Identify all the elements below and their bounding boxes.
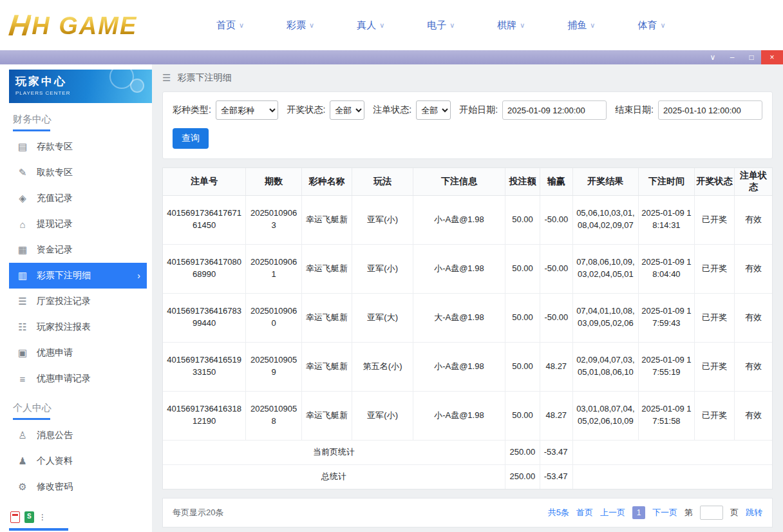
- draw-status-select[interactable]: 全部: [330, 100, 364, 120]
- more-dots-icon[interactable]: ⋮: [39, 513, 47, 522]
- cell-lottery: 幸运飞艇新: [301, 195, 352, 244]
- nav-item-sports[interactable]: 体育 ∨: [637, 19, 665, 32]
- sidebar-item-label: 优惠申请记录: [37, 373, 91, 385]
- sidebar-item-change-password[interactable]: ⚙ 修改密码: [9, 474, 147, 500]
- sheet-shortcut-icon[interactable]: [24, 511, 34, 523]
- cell-order-status: 有效: [735, 293, 772, 342]
- pagination-bar: 每页显示20条 共5条 首页 上一页 1 下一页 第 页 跳转: [162, 498, 773, 527]
- doc-shortcut-icon[interactable]: [10, 511, 20, 523]
- summary-bet-amount: 250.00: [505, 464, 540, 489]
- nav-item-slots[interactable]: 电子 ∨: [427, 19, 455, 32]
- lottery-type-select[interactable]: 全部彩种: [216, 100, 279, 120]
- draw-status-label: 开奖状态:: [287, 104, 325, 116]
- col-header-period: 期数: [246, 168, 302, 195]
- cell-bet-amount: 50.00: [505, 293, 540, 342]
- col-header-win-loss: 输赢: [540, 168, 572, 195]
- cell-order-id: 401569173641767161450: [163, 195, 246, 244]
- window-minimize-button[interactable]: –: [722, 50, 742, 64]
- profile-icon: ♟: [17, 455, 28, 467]
- players-center-banner: 玩家中心 PLAYERS CENTER: [9, 70, 152, 103]
- cell-result: 07,04,01,10,08,03,09,05,02,06: [572, 293, 639, 342]
- hall-bet-record-icon: ☰: [17, 296, 28, 307]
- order-status-select[interactable]: 全部: [416, 100, 451, 120]
- col-header-order-id: 注单号: [163, 168, 246, 195]
- sidebar-item-label: 存款专区: [37, 141, 73, 153]
- jump-prefix-label: 第: [684, 507, 693, 518]
- current-page-badge[interactable]: 1: [632, 506, 645, 519]
- cell-period: 20250109061: [246, 244, 302, 293]
- sidebar-item-player-bet-report[interactable]: ☷ 玩家投注报表: [9, 314, 147, 340]
- logo-h-emblem-icon: H: [8, 10, 32, 40]
- sidebar-item-label: 个人资料: [37, 455, 73, 467]
- sidebar-item-promo-record[interactable]: ≡ 优惠申请记录: [9, 366, 147, 392]
- sidebar-item-funds-record[interactable]: ▦ 资金记录: [9, 237, 147, 263]
- end-date-label: 结束日期:: [615, 104, 654, 116]
- section-label-personal: 个人中心: [13, 402, 142, 420]
- order-status-label: 注单状态:: [373, 104, 411, 116]
- sidebar-bottom-indicator: [9, 528, 68, 531]
- sidebar-item-label: 彩票下注明细: [37, 270, 91, 281]
- hamburger-menu-icon[interactable]: ☰: [162, 72, 171, 84]
- deposit-icon: ▤: [17, 141, 28, 153]
- cell-bet-info: 小-A盘@1.98: [413, 391, 505, 440]
- cell-order-id: 401569173641678399440: [163, 293, 246, 342]
- next-page-link[interactable]: 下一页: [652, 507, 677, 518]
- sidebar-item-label: 取款专区: [37, 167, 73, 178]
- page-jump-input[interactable]: [700, 506, 723, 520]
- prev-page-link[interactable]: 上一页: [600, 507, 625, 518]
- sidebar-item-recharge-record[interactable]: ◈ 充值记录: [9, 185, 147, 211]
- window-title-bar: ∨ – □ ×: [0, 50, 783, 64]
- cell-result: 02,09,04,07,03,05,01,08,06,10: [572, 342, 639, 391]
- window-dropdown-button[interactable]: ∨: [703, 50, 722, 64]
- nav-label: 体育: [637, 19, 657, 32]
- start-date-input[interactable]: [502, 100, 607, 120]
- first-page-link[interactable]: 首页: [576, 507, 593, 518]
- window-close-button[interactable]: ×: [761, 50, 783, 64]
- window-maximize-button[interactable]: □: [742, 50, 761, 64]
- sidebar-item-hall-bet-record[interactable]: ☰ 厅室投注记录: [9, 289, 147, 314]
- table-row: 401569173641651933150 20250109059 幸运飞艇新 …: [163, 342, 772, 391]
- sidebar-item-lottery-bet-detail[interactable]: ▥ 彩票下注明细 ›: [9, 263, 147, 289]
- sidebar-item-deposit-zone[interactable]: ▤ 存款专区: [9, 134, 147, 160]
- chevron-down-icon: ∨: [660, 21, 665, 30]
- filter-panel: 彩种类型: 全部彩种 开奖状态: 全部 注单状态: 全部 开始日期: 结束日期:…: [162, 91, 773, 159]
- nav-label: 首页: [216, 19, 236, 32]
- end-date-input[interactable]: [658, 100, 762, 120]
- nav-item-lottery[interactable]: 彩票 ∨: [287, 19, 314, 32]
- cell-win-loss: -50.00: [540, 195, 572, 244]
- lottery-bet-detail-icon: ▥: [17, 270, 28, 281]
- sidebar: 玩家中心 PLAYERS CENTER 财务中心 ▤ 存款专区 ✎ 取款专区 ◈…: [0, 64, 152, 532]
- cell-bet-time: 2025-01-09 17:59:43: [639, 293, 695, 342]
- cell-draw-status: 已开奖: [694, 391, 734, 440]
- nav-item-fishing[interactable]: 捕鱼 ∨: [567, 19, 595, 32]
- cell-bet-amount: 50.00: [505, 244, 540, 293]
- table-row: 401569173641767161450 20250109063 幸运飞艇新 …: [163, 195, 772, 244]
- sidebar-item-label: 厅室投注记录: [37, 296, 91, 307]
- cell-draw-status: 已开奖: [694, 195, 734, 244]
- cell-period: 20250109063: [246, 195, 302, 244]
- sidebar-item-profile[interactable]: ♟ 个人资料: [9, 448, 147, 474]
- change-password-icon: ⚙: [17, 481, 28, 493]
- jump-button[interactable]: 跳转: [746, 507, 762, 518]
- sidebar-item-withdrawal-record[interactable]: ⌂ 提现记录: [9, 211, 147, 237]
- cell-bet-info: 大-A盘@1.98: [413, 293, 505, 342]
- nav-item-board[interactable]: 棋牌 ∨: [497, 19, 525, 32]
- chevron-down-icon: ∨: [309, 21, 314, 30]
- nav-item-live[interactable]: 真人 ∨: [357, 19, 384, 32]
- nav-label: 真人: [357, 19, 376, 32]
- cell-bet-amount: 50.00: [505, 195, 540, 244]
- funds-record-icon: ▦: [17, 244, 28, 256]
- cell-lottery: 幸运飞艇新: [301, 293, 352, 342]
- sidebar-item-announcement[interactable]: ♙ 消息公告: [9, 423, 147, 448]
- sidebar-item-promo-apply[interactable]: ▣ 优惠申请: [9, 340, 147, 366]
- table-row: 401569173641708068990 20250109061 幸运飞艇新 …: [163, 244, 772, 293]
- players-center-title: 玩家中心: [15, 74, 146, 89]
- sidebar-item-label: 资金记录: [37, 244, 73, 256]
- site-logo: H H GAME: [0, 10, 193, 40]
- search-button[interactable]: 查询: [173, 128, 209, 149]
- close-icon: ×: [769, 53, 774, 62]
- nav-item-home[interactable]: 首页 ∨: [216, 19, 244, 32]
- nav-label: 棋牌: [497, 19, 516, 32]
- sidebar-item-withdraw-zone[interactable]: ✎ 取款专区: [9, 160, 147, 185]
- sidebar-item-label: 玩家投注报表: [37, 321, 91, 333]
